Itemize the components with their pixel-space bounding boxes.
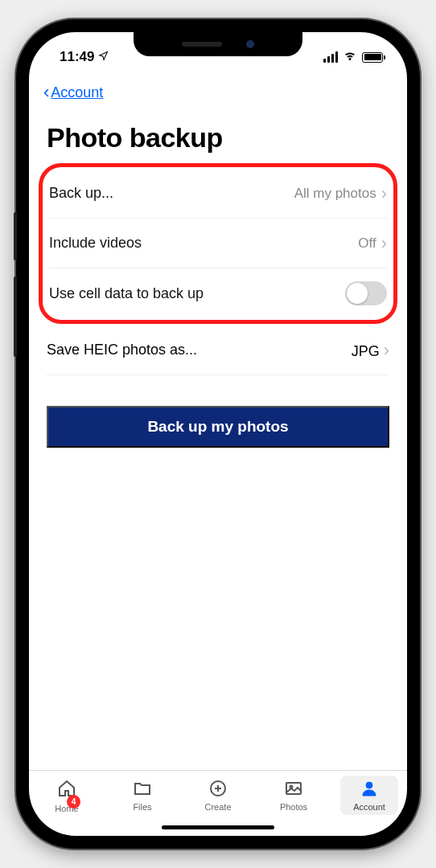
heic-format-row[interactable]: Save HEIC photos as... JPG › [47, 326, 389, 375]
backup-scope-row[interactable]: Back up... All my photos › [49, 169, 387, 219]
heic-value: JPG [352, 343, 380, 359]
tab-create-label: Create [204, 802, 231, 812]
home-indicator[interactable] [162, 825, 274, 829]
back-label: Account [51, 84, 103, 101]
include-videos-label: Include videos [49, 235, 142, 252]
cell-data-row[interactable]: Use cell data to back up [49, 268, 387, 318]
home-badge: 4 [67, 795, 80, 809]
location-icon [98, 49, 109, 65]
wifi-icon [343, 48, 357, 67]
backup-scope-label: Back up... [49, 185, 113, 202]
tab-account[interactable]: Account [340, 776, 398, 815]
plus-circle-icon [207, 779, 229, 798]
heic-label: Save HEIC photos as... [47, 342, 197, 358]
status-time: 11:49 [60, 49, 94, 65]
battery-icon [362, 52, 383, 63]
chevron-left-icon: ‹ [43, 82, 49, 103]
cell-data-label: Use cell data to back up [49, 285, 204, 302]
chevron-right-icon: › [381, 233, 387, 254]
image-icon [282, 779, 305, 798]
tab-files[interactable]: Files [113, 779, 171, 812]
tab-photos-label: Photos [280, 802, 307, 812]
tab-account-label: Account [353, 802, 385, 812]
backup-now-button[interactable]: Back up my photos [47, 406, 389, 448]
include-videos-value: Off [358, 235, 376, 252]
svg-point-3 [366, 782, 372, 788]
tab-photos[interactable]: Photos [265, 779, 323, 812]
person-icon [358, 779, 380, 798]
tab-files-label: Files [133, 802, 151, 812]
chevron-right-icon: › [384, 340, 389, 360]
page-title: Photo backup [47, 122, 389, 154]
cellular-icon [323, 51, 338, 63]
folder-icon [131, 779, 154, 798]
chevron-right-icon: › [381, 183, 387, 204]
tab-home[interactable]: 4 Home [38, 779, 96, 813]
backup-scope-value: All my photos [294, 186, 376, 202]
include-videos-row[interactable]: Include videos Off › [49, 219, 387, 268]
cell-data-toggle[interactable] [345, 281, 387, 305]
back-button[interactable]: ‹ Account [43, 82, 389, 103]
highlighted-settings-group: Back up... All my photos › Include video… [39, 163, 397, 324]
tab-create[interactable]: Create [189, 779, 247, 812]
